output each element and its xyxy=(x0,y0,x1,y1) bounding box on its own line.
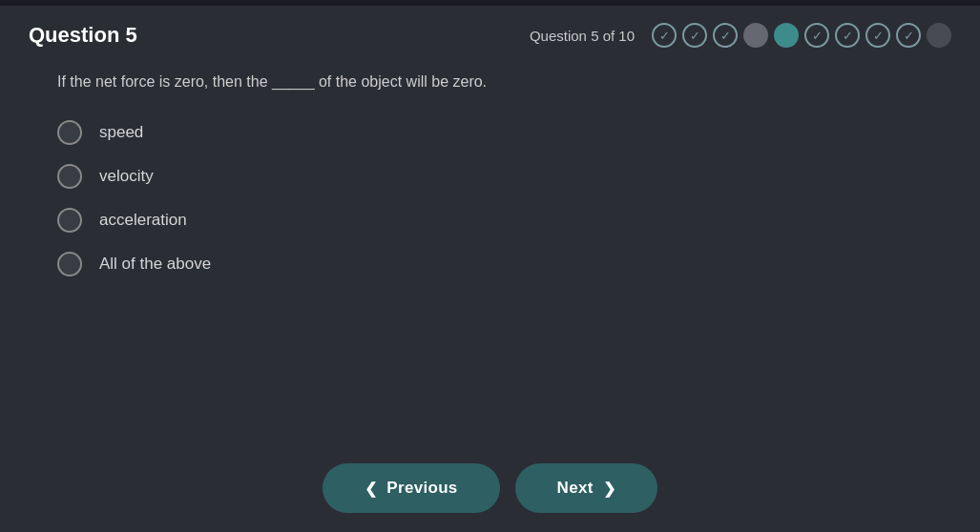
progress-dot-4 xyxy=(743,23,768,48)
progress-dot-10 xyxy=(927,23,951,48)
option-item-speed[interactable]: speed xyxy=(57,120,923,145)
progress-area: Question 5 of 10 ✓ ✓ ✓ ✓ ✓ ✓ ✓ xyxy=(530,23,951,48)
progress-dot-7: ✓ xyxy=(835,23,860,48)
option-label-velocity: velocity xyxy=(99,167,154,186)
radio-velocity[interactable] xyxy=(57,164,82,189)
progress-dot-2: ✓ xyxy=(682,23,707,48)
next-button[interactable]: Next ❯ xyxy=(515,463,657,513)
question-title: Question 5 xyxy=(29,23,137,48)
progress-dot-1: ✓ xyxy=(652,23,677,48)
next-arrow-icon: ❯ xyxy=(603,480,615,498)
question-text-after: of the object will be zero. xyxy=(319,73,487,90)
radio-acceleration[interactable] xyxy=(57,208,82,233)
options-list: speed velocity acceleration All of the a… xyxy=(57,120,923,276)
option-item-all[interactable]: All of the above xyxy=(57,252,923,276)
progress-label: Question 5 of 10 xyxy=(530,28,635,44)
progress-dot-8: ✓ xyxy=(865,23,890,48)
progress-dots: ✓ ✓ ✓ ✓ ✓ ✓ ✓ xyxy=(652,23,951,48)
progress-dot-9: ✓ xyxy=(896,23,921,48)
option-label-speed: speed xyxy=(99,123,143,142)
previous-label: Previous xyxy=(386,479,457,498)
question-text: If the net force is zero, then the _____… xyxy=(57,71,923,93)
radio-speed[interactable] xyxy=(57,120,82,145)
progress-dot-3: ✓ xyxy=(713,23,738,48)
radio-all[interactable] xyxy=(57,252,82,276)
option-label-acceleration: acceleration xyxy=(99,211,187,230)
option-item-acceleration[interactable]: acceleration xyxy=(57,208,923,233)
main-content: If the net force is zero, then the _____… xyxy=(0,61,980,437)
progress-dot-5 xyxy=(774,23,799,48)
option-item-velocity[interactable]: velocity xyxy=(57,164,923,189)
prev-arrow-icon: ❮ xyxy=(365,480,377,498)
progress-dot-6: ✓ xyxy=(804,23,829,48)
question-text-before: If the net force is zero, then the xyxy=(57,73,268,90)
question-blank: _____ xyxy=(272,73,319,90)
header: Question 5 Question 5 of 10 ✓ ✓ ✓ ✓ ✓ ✓ … xyxy=(0,6,980,61)
next-label: Next xyxy=(557,479,594,498)
option-label-all: All of the above xyxy=(99,255,211,274)
nav-buttons: ❮ Previous Next ❯ xyxy=(0,437,980,532)
previous-button[interactable]: ❮ Previous xyxy=(323,463,500,513)
